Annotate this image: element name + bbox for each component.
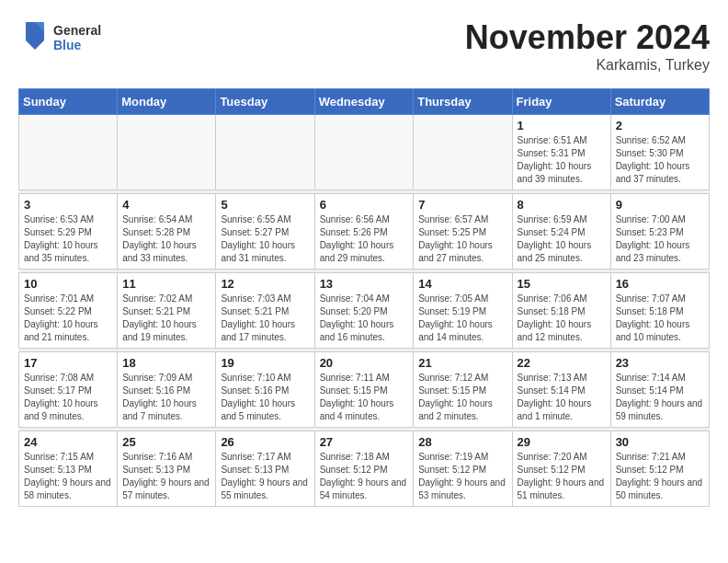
day-info: Sunrise: 7:01 AM Sunset: 5:22 PM Dayligh… — [24, 293, 112, 344]
day-info: Sunrise: 7:04 AM Sunset: 5:20 PM Dayligh… — [320, 293, 409, 344]
calendar-cell — [414, 115, 512, 190]
weekday-header-tuesday: Tuesday — [216, 89, 314, 115]
calendar-cell: 29Sunrise: 7:20 AM Sunset: 5:12 PM Dayli… — [512, 431, 610, 507]
day-info: Sunrise: 7:10 AM Sunset: 5:16 PM Dayligh… — [221, 372, 309, 423]
calendar-cell — [19, 115, 118, 190]
day-info: Sunrise: 7:05 AM Sunset: 5:19 PM Dayligh… — [418, 293, 506, 344]
calendar-cell: 25Sunrise: 7:16 AM Sunset: 5:13 PM Dayli… — [118, 431, 216, 507]
day-number: 12 — [221, 277, 309, 291]
day-number: 16 — [616, 277, 704, 291]
day-info: Sunrise: 7:08 AM Sunset: 5:17 PM Dayligh… — [24, 372, 112, 423]
day-info: Sunrise: 7:12 AM Sunset: 5:15 PM Dayligh… — [418, 372, 506, 423]
weekday-header-friday: Friday — [512, 89, 610, 115]
day-number: 29 — [518, 435, 606, 449]
day-info: Sunrise: 7:00 AM Sunset: 5:23 PM Dayligh… — [616, 213, 704, 265]
svg-text:General: General — [53, 23, 101, 38]
day-info: Sunrise: 6:53 AM Sunset: 5:29 PM Dayligh… — [24, 213, 112, 265]
day-number: 9 — [616, 198, 704, 212]
day-number: 1 — [518, 119, 606, 132]
calendar-cell: 22Sunrise: 7:13 AM Sunset: 5:14 PM Dayli… — [512, 352, 610, 428]
day-number: 10 — [24, 277, 112, 291]
week-row-1: 1Sunrise: 6:51 AM Sunset: 5:31 PM Daylig… — [19, 115, 710, 190]
weekday-header-monday: Monday — [118, 89, 216, 115]
weekday-header-row: SundayMondayTuesdayWednesdayThursdayFrid… — [19, 89, 710, 115]
logo-svg: General Blue — [18, 18, 129, 59]
calendar-cell: 5Sunrise: 6:55 AM Sunset: 5:27 PM Daylig… — [216, 194, 314, 270]
day-info: Sunrise: 6:57 AM Sunset: 5:25 PM Dayligh… — [418, 213, 506, 265]
day-number: 6 — [320, 198, 409, 212]
day-number: 13 — [320, 277, 409, 291]
day-number: 24 — [24, 435, 112, 449]
week-row-4: 17Sunrise: 7:08 AM Sunset: 5:17 PM Dayli… — [19, 352, 710, 428]
calendar-cell: 17Sunrise: 7:08 AM Sunset: 5:17 PM Dayli… — [19, 352, 118, 428]
day-number: 2 — [616, 119, 704, 132]
day-number: 17 — [24, 356, 112, 370]
week-row-3: 10Sunrise: 7:01 AM Sunset: 5:22 PM Dayli… — [19, 273, 710, 349]
day-info: Sunrise: 7:09 AM Sunset: 5:16 PM Dayligh… — [122, 372, 210, 423]
day-info: Sunrise: 6:52 AM Sunset: 5:30 PM Dayligh… — [616, 134, 704, 186]
week-row-2: 3Sunrise: 6:53 AM Sunset: 5:29 PM Daylig… — [19, 194, 710, 270]
day-number: 30 — [616, 435, 704, 449]
calendar-cell: 21Sunrise: 7:12 AM Sunset: 5:15 PM Dayli… — [414, 352, 512, 428]
day-number: 23 — [616, 356, 704, 370]
calendar-cell — [216, 115, 314, 190]
page-subtitle: Karkamis, Turkey — [465, 57, 710, 74]
weekday-header-thursday: Thursday — [414, 89, 512, 115]
calendar-cell: 15Sunrise: 7:06 AM Sunset: 5:18 PM Dayli… — [512, 273, 610, 349]
calendar-cell: 6Sunrise: 6:56 AM Sunset: 5:26 PM Daylig… — [314, 194, 414, 270]
day-info: Sunrise: 6:59 AM Sunset: 5:24 PM Dayligh… — [518, 213, 606, 265]
calendar-cell: 24Sunrise: 7:15 AM Sunset: 5:13 PM Dayli… — [19, 431, 118, 507]
day-number: 28 — [418, 435, 506, 449]
calendar-cell: 14Sunrise: 7:05 AM Sunset: 5:19 PM Dayli… — [414, 273, 512, 349]
calendar-cell: 1Sunrise: 6:51 AM Sunset: 5:31 PM Daylig… — [512, 115, 610, 190]
calendar-table: SundayMondayTuesdayWednesdayThursdayFrid… — [18, 88, 710, 507]
calendar-cell: 28Sunrise: 7:19 AM Sunset: 5:12 PM Dayli… — [414, 431, 512, 507]
page-title: November 2024 — [465, 18, 710, 57]
day-number: 27 — [320, 435, 409, 449]
calendar-cell: 12Sunrise: 7:03 AM Sunset: 5:21 PM Dayli… — [216, 273, 314, 349]
day-number: 22 — [518, 356, 606, 370]
day-info: Sunrise: 7:02 AM Sunset: 5:21 PM Dayligh… — [122, 293, 210, 344]
day-info: Sunrise: 7:20 AM Sunset: 5:12 PM Dayligh… — [518, 451, 606, 502]
day-info: Sunrise: 6:51 AM Sunset: 5:31 PM Dayligh… — [518, 134, 606, 186]
day-number: 19 — [221, 356, 309, 370]
day-number: 7 — [418, 198, 506, 212]
day-info: Sunrise: 7:15 AM Sunset: 5:13 PM Dayligh… — [24, 451, 112, 502]
day-info: Sunrise: 7:07 AM Sunset: 5:18 PM Dayligh… — [616, 293, 704, 344]
day-info: Sunrise: 6:55 AM Sunset: 5:27 PM Dayligh… — [221, 213, 309, 265]
day-info: Sunrise: 7:19 AM Sunset: 5:12 PM Dayligh… — [418, 451, 506, 502]
day-number: 3 — [24, 198, 112, 212]
day-info: Sunrise: 7:21 AM Sunset: 5:12 PM Dayligh… — [616, 451, 704, 502]
day-number: 8 — [518, 198, 606, 212]
day-info: Sunrise: 7:13 AM Sunset: 5:14 PM Dayligh… — [518, 372, 606, 423]
weekday-header-sunday: Sunday — [19, 89, 118, 115]
day-number: 25 — [122, 435, 210, 449]
title-block: November 2024 Karkamis, Turkey — [465, 18, 710, 74]
calendar-cell: 23Sunrise: 7:14 AM Sunset: 5:14 PM Dayli… — [610, 352, 709, 428]
weekday-header-wednesday: Wednesday — [314, 89, 414, 115]
day-info: Sunrise: 6:54 AM Sunset: 5:28 PM Dayligh… — [122, 213, 210, 265]
svg-text:Blue: Blue — [53, 38, 82, 52]
day-info: Sunrise: 7:16 AM Sunset: 5:13 PM Dayligh… — [122, 451, 210, 502]
day-number: 20 — [320, 356, 409, 370]
calendar-cell: 20Sunrise: 7:11 AM Sunset: 5:15 PM Dayli… — [314, 352, 414, 428]
logo: General Blue — [18, 18, 129, 59]
calendar-cell: 8Sunrise: 6:59 AM Sunset: 5:24 PM Daylig… — [512, 194, 610, 270]
calendar-cell: 11Sunrise: 7:02 AM Sunset: 5:21 PM Dayli… — [118, 273, 216, 349]
day-number: 26 — [221, 435, 309, 449]
calendar-cell: 18Sunrise: 7:09 AM Sunset: 5:16 PM Dayli… — [118, 352, 216, 428]
day-number: 5 — [221, 198, 309, 212]
day-number: 18 — [122, 356, 210, 370]
calendar-cell: 9Sunrise: 7:00 AM Sunset: 5:23 PM Daylig… — [610, 194, 709, 270]
day-number: 11 — [122, 277, 210, 291]
calendar-cell: 2Sunrise: 6:52 AM Sunset: 5:30 PM Daylig… — [610, 115, 709, 190]
day-number: 15 — [518, 277, 606, 291]
day-info: Sunrise: 7:17 AM Sunset: 5:13 PM Dayligh… — [221, 451, 309, 502]
calendar-cell: 10Sunrise: 7:01 AM Sunset: 5:22 PM Dayli… — [19, 273, 118, 349]
day-number: 21 — [418, 356, 506, 370]
day-info: Sunrise: 7:18 AM Sunset: 5:12 PM Dayligh… — [320, 451, 409, 502]
day-info: Sunrise: 7:11 AM Sunset: 5:15 PM Dayligh… — [320, 372, 409, 423]
day-info: Sunrise: 7:06 AM Sunset: 5:18 PM Dayligh… — [518, 293, 606, 344]
day-info: Sunrise: 7:14 AM Sunset: 5:14 PM Dayligh… — [616, 372, 704, 423]
calendar-cell: 13Sunrise: 7:04 AM Sunset: 5:20 PM Dayli… — [314, 273, 414, 349]
